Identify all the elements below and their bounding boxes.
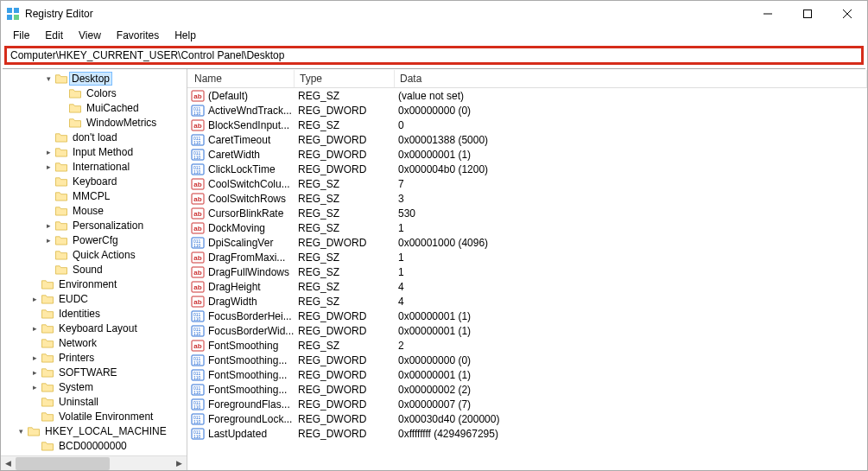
binary-value-icon xyxy=(191,309,205,323)
chevron-right-icon[interactable]: ▸ xyxy=(29,353,41,362)
value-row[interactable]: DragFromMaxi...REG_SZ1 xyxy=(187,250,867,264)
value-row[interactable]: ActiveWndTrack...REG_DWORD0x00000000 (0) xyxy=(187,103,867,118)
tree-item[interactable]: ▸SOFTWARE xyxy=(1,365,187,379)
tree-item[interactable]: Environment xyxy=(1,277,187,291)
tree-item[interactable]: ▸System xyxy=(1,379,187,394)
menu-file[interactable]: File xyxy=(6,29,36,42)
chevron-right-icon[interactable]: ▸ xyxy=(29,383,41,391)
tree-item[interactable]: Mouse xyxy=(1,203,187,218)
menu-favorites[interactable]: Favorites xyxy=(110,29,166,42)
value-row[interactable]: FocusBorderHei...REG_DWORD0x00000001 (1) xyxy=(187,309,867,323)
tree-item[interactable]: ▸Personalization xyxy=(1,218,187,232)
folder-icon xyxy=(54,161,68,172)
tree-item[interactable]: Colors xyxy=(1,86,187,100)
scroll-track[interactable] xyxy=(16,456,172,471)
tree-item[interactable]: Keyboard xyxy=(1,174,187,188)
menu-view[interactable]: View xyxy=(72,29,108,42)
value-type: REG_SZ xyxy=(298,222,398,234)
tree-item-label: System xyxy=(58,381,94,393)
tree-item[interactable]: ▾Desktop xyxy=(1,71,187,86)
value-row[interactable]: ClickLockTimeREG_DWORD0x000004b0 (1200) xyxy=(187,162,867,176)
tree-item-label: MMCPL xyxy=(72,190,111,202)
menu-help[interactable]: Help xyxy=(168,29,203,42)
registry-tree[interactable]: ▾DesktopColorsMuiCachedWindowMetricsdon'… xyxy=(1,69,187,470)
tree-item[interactable]: Identities xyxy=(1,306,187,321)
tree-item[interactable]: ▸Keyboard Layout xyxy=(1,321,187,335)
tree-item-label: Uninstall xyxy=(58,396,99,408)
value-name: FontSmoothing xyxy=(208,340,298,352)
value-row[interactable]: FontSmoothing...REG_DWORD0x00000002 (2) xyxy=(187,382,867,397)
tree-item[interactable]: Volatile Environment xyxy=(1,409,187,423)
scroll-right-arrow-icon[interactable]: ▶ xyxy=(172,456,187,471)
value-row[interactable]: DragHeightREG_SZ4 xyxy=(187,279,867,294)
tree-item[interactable]: ▸EUDC xyxy=(1,291,187,306)
value-row[interactable]: CaretWidthREG_DWORD0x00000001 (1) xyxy=(187,147,867,162)
tree-item[interactable]: Quick Actions xyxy=(1,247,187,262)
content-area: ▾DesktopColorsMuiCachedWindowMetricsdon'… xyxy=(1,69,867,470)
tree-item[interactable]: WindowMetrics xyxy=(1,115,187,130)
value-name: DragWidth xyxy=(208,296,298,308)
column-header-data[interactable]: Data xyxy=(395,70,867,87)
column-header-type[interactable]: Type xyxy=(295,70,395,87)
scroll-left-arrow-icon[interactable]: ◀ xyxy=(1,456,16,471)
tree-item[interactable]: ▸PowerCfg xyxy=(1,232,187,247)
string-value-icon xyxy=(191,118,205,132)
value-row[interactable]: FontSmoothing...REG_DWORD0x00000001 (1) xyxy=(187,367,867,382)
chevron-right-icon[interactable]: ▸ xyxy=(42,221,54,230)
value-row[interactable]: FontSmoothingREG_SZ2 xyxy=(187,338,867,353)
menu-edit[interactable]: Edit xyxy=(38,29,70,42)
value-data: 0xffffffff (4294967295) xyxy=(398,428,867,440)
tree-item[interactable]: don't load xyxy=(1,130,187,144)
chevron-right-icon[interactable]: ▸ xyxy=(29,368,41,377)
value-row[interactable]: (Default)REG_SZ(value not set) xyxy=(187,88,867,103)
value-row[interactable]: DragWidthREG_SZ4 xyxy=(187,294,867,309)
tree-item[interactable]: MuiCached xyxy=(1,100,187,115)
value-row[interactable]: DockMovingREG_SZ1 xyxy=(187,220,867,235)
value-row[interactable]: LastUpdatedREG_DWORD0xffffffff (42949672… xyxy=(187,426,867,441)
tree-item[interactable]: Sound xyxy=(1,262,187,277)
tree-item[interactable]: ▸International xyxy=(1,159,187,174)
value-row[interactable]: ForegroundFlas...REG_DWORD0x00000007 (7) xyxy=(187,397,867,411)
tree-item[interactable]: Uninstall xyxy=(1,394,187,409)
value-row[interactable]: CoolSwitchColu...REG_SZ7 xyxy=(187,176,867,191)
chevron-right-icon[interactable]: ▸ xyxy=(29,295,41,303)
value-row[interactable]: CaretTimeoutREG_DWORD0x00001388 (5000) xyxy=(187,132,867,147)
chevron-right-icon[interactable]: ▸ xyxy=(29,324,41,333)
value-data: 0x00000001 (1) xyxy=(398,310,867,322)
binary-value-icon xyxy=(191,324,205,338)
tree-item[interactable]: Network xyxy=(1,335,187,350)
folder-icon xyxy=(54,234,68,245)
tree-horizontal-scrollbar[interactable]: ◀ ▶ xyxy=(1,455,187,470)
value-row[interactable]: BlockSendInput...REG_SZ0 xyxy=(187,118,867,132)
tree-item[interactable]: ▸Printers xyxy=(1,350,187,365)
chevron-right-icon[interactable]: ▸ xyxy=(42,236,54,245)
value-row[interactable]: DragFullWindowsREG_SZ1 xyxy=(187,264,867,279)
scroll-thumb[interactable] xyxy=(16,457,110,470)
value-row[interactable]: FontSmoothing...REG_DWORD0x00000000 (0) xyxy=(187,353,867,367)
value-name: CursorBlinkRate xyxy=(208,207,298,220)
maximize-button[interactable] xyxy=(788,1,827,27)
binary-value-icon xyxy=(191,353,205,367)
minimize-button[interactable] xyxy=(748,1,788,27)
string-value-icon xyxy=(191,221,205,235)
value-name: FontSmoothing... xyxy=(208,384,298,396)
value-row[interactable]: CoolSwitchRowsREG_SZ3 xyxy=(187,191,867,206)
tree-item[interactable]: BCD00000000 xyxy=(1,438,187,453)
value-row[interactable]: CursorBlinkRateREG_SZ530 xyxy=(187,206,867,220)
tree-item-label: MuiCached xyxy=(86,102,140,114)
value-row[interactable]: ForegroundLock...REG_DWORD0x00030d40 (20… xyxy=(187,411,867,426)
chevron-down-icon[interactable]: ▾ xyxy=(42,74,54,83)
value-row[interactable]: FocusBorderWid...REG_DWORD0x00000001 (1) xyxy=(187,323,867,338)
chevron-down-icon[interactable]: ▾ xyxy=(15,427,27,436)
value-row[interactable]: DpiScalingVerREG_DWORD0x00001000 (4096) xyxy=(187,235,867,250)
close-button[interactable] xyxy=(827,1,867,27)
binary-value-icon xyxy=(191,412,205,426)
chevron-right-icon[interactable]: ▸ xyxy=(42,162,54,171)
tree-item[interactable]: ▾HKEY_LOCAL_MACHINE xyxy=(1,423,187,438)
tree-item[interactable]: MMCPL xyxy=(1,188,187,203)
tree-item[interactable]: ▸Input Method xyxy=(1,144,187,159)
chevron-right-icon[interactable]: ▸ xyxy=(42,148,54,156)
titlebar[interactable]: Registry Editor xyxy=(1,1,867,27)
address-bar[interactable]: Computer\HKEY_CURRENT_USER\Control Panel… xyxy=(4,46,864,65)
column-header-name[interactable]: Name xyxy=(187,70,295,87)
